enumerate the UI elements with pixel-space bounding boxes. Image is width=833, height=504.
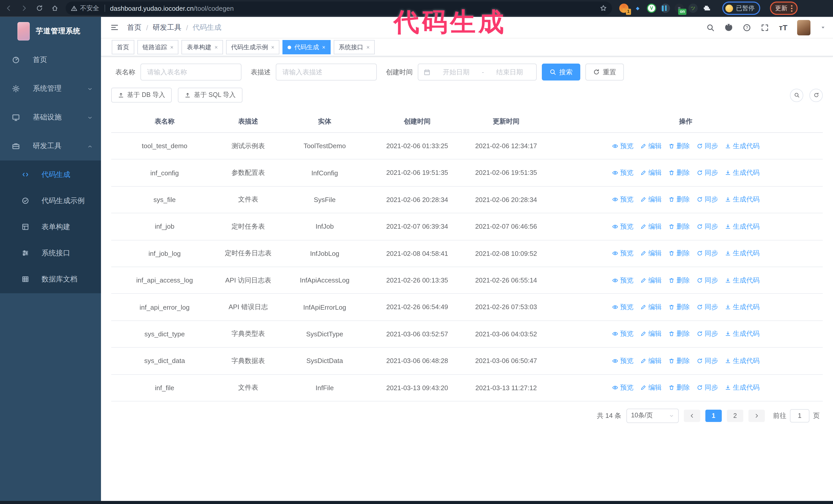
generate-code-link[interactable]: 生成代码 xyxy=(725,141,760,150)
collapse-sidebar-icon[interactable] xyxy=(110,23,119,32)
generate-code-link[interactable]: 生成代码 xyxy=(725,330,760,339)
preview-link[interactable]: 预览 xyxy=(612,356,634,365)
bookmark-star-icon[interactable] xyxy=(600,5,607,12)
sidebar-item-1[interactable]: 系统管理 xyxy=(0,74,101,103)
sync-link[interactable]: 同步 xyxy=(697,249,718,258)
sidebar-subitem-4[interactable]: 数据库文档 xyxy=(0,266,101,292)
paused-extension-pill[interactable]: 已暂停 xyxy=(722,2,760,15)
tab-close-icon[interactable]: × xyxy=(271,44,275,50)
table-desc-input[interactable] xyxy=(276,64,377,80)
sync-link[interactable]: 同步 xyxy=(697,330,718,339)
date-end-placeholder[interactable]: 结束日期 xyxy=(488,67,531,77)
delete-link[interactable]: 删除 xyxy=(668,303,690,312)
generate-code-link[interactable]: 生成代码 xyxy=(725,303,760,312)
address-bar[interactable]: 不安全 dashboard.yudao.iocoder.cn/tool/code… xyxy=(66,2,612,15)
edit-link[interactable]: 编辑 xyxy=(640,195,662,204)
tab-close-icon[interactable]: × xyxy=(366,44,370,50)
forward-icon[interactable] xyxy=(18,2,31,15)
reset-button[interactable]: 重置 xyxy=(586,64,624,80)
edit-link[interactable]: 编辑 xyxy=(640,141,662,150)
refresh-table-button[interactable] xyxy=(809,89,823,102)
extension-icon[interactable]: 1 xyxy=(619,4,628,13)
breadcrumb-home[interactable]: 首页 xyxy=(127,23,142,32)
extension-dev-icon[interactable]: ≡on xyxy=(674,4,684,13)
sidebar-item-2[interactable]: 基础设施 xyxy=(0,103,101,132)
edit-link[interactable]: 编辑 xyxy=(640,275,662,285)
font-size-icon[interactable]: тT xyxy=(779,23,787,32)
edit-link[interactable]: 编辑 xyxy=(640,168,662,177)
preview-link[interactable]: 预览 xyxy=(612,330,634,339)
tab-4[interactable]: 代码生成× xyxy=(283,40,331,54)
sync-link[interactable]: 同步 xyxy=(697,195,718,204)
sidebar-subitem-2[interactable]: 表单构建 xyxy=(0,214,101,240)
puzzle-icon[interactable] xyxy=(702,4,712,13)
delete-link[interactable]: 删除 xyxy=(668,275,690,285)
help-icon[interactable]: ? xyxy=(743,23,751,31)
delete-link[interactable]: 删除 xyxy=(668,249,690,258)
breadcrumb-tools[interactable]: 研发工具 xyxy=(153,23,182,32)
reload-icon[interactable] xyxy=(33,2,46,15)
prev-page-button[interactable] xyxy=(684,410,700,422)
back-icon[interactable] xyxy=(2,2,15,15)
preview-link[interactable]: 预览 xyxy=(612,168,634,177)
tab-5[interactable]: 系统接口× xyxy=(334,40,375,54)
delete-link[interactable]: 删除 xyxy=(668,195,690,204)
generate-code-link[interactable]: 生成代码 xyxy=(725,356,760,365)
edit-link[interactable]: 编辑 xyxy=(640,249,662,258)
extension-gem-icon[interactable]: ◆ xyxy=(633,4,642,13)
tab-3[interactable]: 代码生成示例× xyxy=(226,40,280,54)
extension-v-icon[interactable]: V xyxy=(647,4,656,13)
tab-close-icon[interactable]: × xyxy=(215,44,218,50)
generate-code-link[interactable]: 生成代码 xyxy=(725,383,760,392)
date-start-placeholder[interactable]: 开始日期 xyxy=(435,67,478,77)
delete-link[interactable]: 删除 xyxy=(668,141,690,150)
browser-update-button[interactable]: 更新 xyxy=(770,2,798,15)
import-sql-button[interactable]: 基于 SQL 导入 xyxy=(178,88,242,102)
preview-link[interactable]: 预览 xyxy=(612,383,634,392)
github-icon[interactable] xyxy=(724,23,733,32)
edit-link[interactable]: 编辑 xyxy=(640,383,662,392)
generate-code-link[interactable]: 生成代码 xyxy=(725,222,760,231)
preview-link[interactable]: 预览 xyxy=(612,222,634,231)
date-range-picker[interactable]: 开始日期 - 结束日期 xyxy=(418,64,537,80)
tab-close-icon[interactable]: × xyxy=(322,44,326,50)
logo[interactable]: 芋道管理系统 xyxy=(0,17,101,46)
import-db-button[interactable]: 基于 DB 导入 xyxy=(111,88,172,102)
avatar-caret-icon[interactable] xyxy=(820,25,826,30)
edit-link[interactable]: 编辑 xyxy=(640,330,662,339)
generate-code-link[interactable]: 生成代码 xyxy=(725,275,760,285)
delete-link[interactable]: 删除 xyxy=(668,383,690,392)
tab-0[interactable]: 首页 xyxy=(112,40,134,54)
generate-code-link[interactable]: 生成代码 xyxy=(725,249,760,258)
sync-link[interactable]: 同步 xyxy=(697,356,718,365)
generate-code-link[interactable]: 生成代码 xyxy=(725,195,760,204)
sidebar-item-3[interactable]: 研发工具 xyxy=(0,132,101,161)
tab-2[interactable]: 表单构建× xyxy=(182,40,223,54)
sync-link[interactable]: 同步 xyxy=(697,303,718,312)
sidebar-subitem-0[interactable]: 代码生成 xyxy=(0,162,101,188)
page-size-select[interactable]: 10条/页 xyxy=(626,409,679,423)
delete-link[interactable]: 删除 xyxy=(668,168,690,177)
edit-link[interactable]: 编辑 xyxy=(640,356,662,365)
fullscreen-icon[interactable] xyxy=(761,23,769,31)
extension-alien-icon[interactable]: ツ xyxy=(688,4,698,13)
tab-1[interactable]: 链路追踪× xyxy=(137,40,178,54)
menu-kebab-icon[interactable] xyxy=(791,5,792,11)
user-avatar[interactable] xyxy=(797,20,810,35)
sidebar-item-0[interactable]: 首页 xyxy=(0,46,101,74)
edit-link[interactable]: 编辑 xyxy=(640,303,662,312)
sync-link[interactable]: 同步 xyxy=(697,383,718,392)
search-icon[interactable] xyxy=(707,23,715,31)
edit-link[interactable]: 编辑 xyxy=(640,222,662,231)
preview-link[interactable]: 预览 xyxy=(612,249,634,258)
sidebar-subitem-3[interactable]: 系统接口 xyxy=(0,240,101,266)
toggle-search-button[interactable] xyxy=(790,89,803,102)
table-name-input[interactable] xyxy=(140,64,241,80)
sync-link[interactable]: 同步 xyxy=(697,168,718,177)
tab-close-icon[interactable]: × xyxy=(170,44,173,50)
delete-link[interactable]: 删除 xyxy=(668,330,690,339)
goto-page-input[interactable] xyxy=(790,409,809,423)
generate-code-link[interactable]: 生成代码 xyxy=(725,168,760,177)
next-page-button[interactable] xyxy=(748,410,765,422)
preview-link[interactable]: 预览 xyxy=(612,195,634,204)
